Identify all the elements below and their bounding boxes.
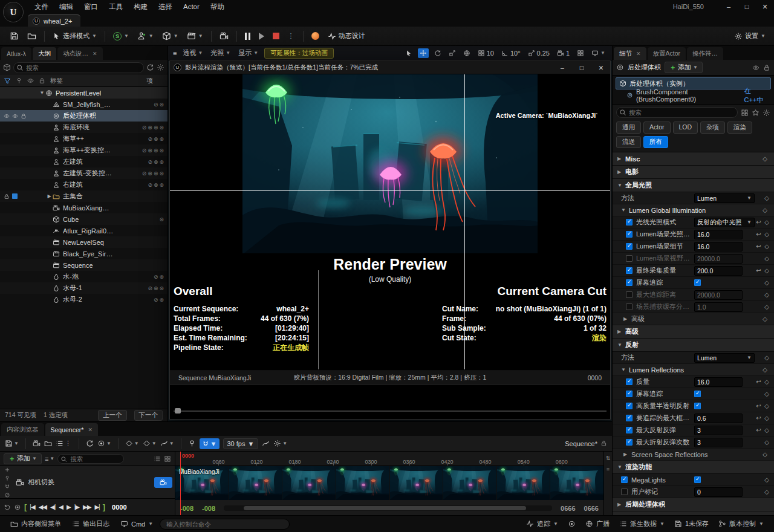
snap-toggle-button[interactable]: ▼ bbox=[200, 438, 220, 449]
filmstrip-thumbnail[interactable] bbox=[229, 466, 282, 500]
maximize-viewport-button[interactable]: ▼ bbox=[590, 48, 607, 58]
outliner-row-MuBiaoXiang…[interactable]: MuBiaoXiang… bbox=[0, 202, 167, 213]
level-tab[interactable]: U wheal_2+ bbox=[28, 15, 80, 27]
viewport-layout-button[interactable] bbox=[575, 48, 586, 58]
lock-icon[interactable] bbox=[39, 77, 45, 84]
transport-button[interactable]: ▶| bbox=[94, 504, 99, 510]
number-input[interactable]: 20000.0 bbox=[694, 290, 743, 300]
timeline-ruler[interactable]: 0060012001800240030003600420048005400600 bbox=[175, 452, 603, 466]
section-header-渲染功能[interactable]: ▼渲染功能 bbox=[613, 461, 774, 474]
section-header-反射[interactable]: ▼反射 bbox=[613, 339, 774, 352]
row-link-icons[interactable]: ⊘⊗⊗ bbox=[148, 182, 165, 188]
revision-control-button[interactable]: 版本控制▼ bbox=[714, 517, 768, 531]
grid-snap-button[interactable]: 10 bbox=[476, 48, 496, 58]
keyframe-icon[interactable]: ◇ bbox=[761, 316, 769, 322]
reset-icon[interactable]: ↩ bbox=[755, 415, 763, 421]
play-button[interactable] bbox=[255, 29, 268, 44]
override-checkbox[interactable] bbox=[626, 427, 633, 433]
filter-chip-所有[interactable]: 所有 bbox=[643, 136, 668, 148]
level-viewport[interactable]: ≡ 透视▼ 光照▼ 显示▼ 可延展性：过场动画 10 10° 0.25 1 ▼ … bbox=[168, 46, 612, 421]
scroll-up-icon[interactable]: ⇅ bbox=[606, 455, 611, 461]
keyframe-icon[interactable]: ◇ bbox=[763, 415, 771, 421]
number-input[interactable]: 16.0 bbox=[694, 242, 743, 251]
outliner-search-input[interactable] bbox=[13, 62, 144, 73]
override-checkbox[interactable] bbox=[621, 476, 628, 483]
auto-key-button[interactable]: ▼ bbox=[143, 440, 157, 447]
property-value[interactable]: 16.0 bbox=[694, 242, 755, 251]
outliner-row-水-泡[interactable]: 水-泡⊘⊗ bbox=[0, 271, 167, 282]
scrubber-handle[interactable] bbox=[175, 408, 181, 414]
menu-item-文件[interactable]: 文件 bbox=[29, 0, 54, 13]
transport-button[interactable]: |◀ bbox=[30, 504, 34, 510]
camera-button[interactable] bbox=[33, 440, 41, 447]
details-tab-操作符…[interactable]: 操作符… bbox=[687, 47, 723, 60]
property-row-高质量半透明反射[interactable]: 高质量半透明反射↩◇ bbox=[613, 400, 774, 412]
override-checkbox[interactable] bbox=[626, 255, 633, 262]
value-checkbox[interactable] bbox=[694, 476, 701, 483]
pause-button[interactable] bbox=[241, 29, 254, 44]
keyframe-icon[interactable]: ◇ bbox=[761, 451, 769, 458]
property-row-方法[interactable]: 方法Lumen▼◇ bbox=[613, 352, 774, 364]
gear-icon[interactable] bbox=[763, 109, 770, 117]
keyframe-icon[interactable]: ◇ bbox=[763, 403, 771, 409]
cmd-dropdown[interactable]: Cmd▼ bbox=[116, 517, 157, 531]
property-value[interactable] bbox=[694, 476, 755, 483]
keyframe-icon[interactable]: ◇ bbox=[763, 476, 771, 483]
number-input[interactable]: 3 bbox=[694, 426, 743, 435]
minimize-button[interactable]: – bbox=[554, 64, 570, 71]
filmstrip-thumbnail[interactable] bbox=[550, 466, 603, 500]
row-link-icons[interactable]: ⊘⊗ bbox=[154, 297, 165, 303]
number-input[interactable]: 16.0 bbox=[694, 377, 743, 387]
override-checkbox[interactable] bbox=[626, 279, 633, 286]
property-value[interactable]: 1.0 bbox=[694, 302, 755, 312]
override-checkbox[interactable] bbox=[626, 231, 633, 238]
play-options-button[interactable]: ⋮ bbox=[284, 29, 299, 44]
keyframe-icon[interactable]: ◇ bbox=[763, 354, 771, 361]
section-header-高级[interactable]: ▶高级 bbox=[613, 325, 774, 339]
camera-cuts-track-row[interactable]: 相机切换 bbox=[0, 466, 175, 499]
gear-icon[interactable] bbox=[157, 63, 164, 71]
item-column-header[interactable]: 项 bbox=[147, 77, 164, 85]
sequencer-timeline[interactable]: 0060012001800240030003600420048005400600 bbox=[175, 452, 603, 515]
settings-button[interactable]: 设置▼ bbox=[730, 29, 769, 44]
trace-button[interactable]: 追踪▼ bbox=[522, 517, 562, 531]
next-button[interactable]: 下一个 bbox=[134, 410, 163, 421]
property-row-最大折射反弹次数[interactable]: 最大折射反弹次数3◇ bbox=[613, 436, 774, 449]
property-row-屏幕追踪[interactable]: 屏幕追踪◇ bbox=[613, 277, 774, 289]
magnet-icon[interactable] bbox=[4, 484, 10, 490]
select-tool-button[interactable] bbox=[403, 48, 414, 58]
group-Lumen Global Illumination[interactable]: ▼Lumen Global Illumination◇ bbox=[613, 204, 774, 216]
details-tab-细节[interactable]: 细节✕ bbox=[614, 47, 646, 60]
subsection-Screen Space Reflections[interactable]: ▶Screen Space Reflections◇ bbox=[613, 449, 774, 461]
property-value[interactable]: 0.6 bbox=[694, 414, 755, 423]
value-checkbox[interactable] bbox=[694, 403, 701, 409]
output-log-button[interactable]: 输出日志 bbox=[68, 517, 114, 531]
outliner-tab-动态设…[interactable]: 动态设…✕ bbox=[57, 47, 103, 60]
keyframe-icon[interactable]: ◇ bbox=[763, 219, 771, 225]
refresh-icon[interactable] bbox=[146, 63, 154, 71]
filter-chip-LOD[interactable]: LOD bbox=[673, 122, 698, 134]
override-checkbox[interactable] bbox=[626, 267, 633, 274]
close-button[interactable]: ✕ bbox=[593, 64, 609, 71]
number-input[interactable]: 200.0 bbox=[694, 266, 743, 276]
show-dropdown[interactable]: 显示▼ bbox=[236, 47, 260, 59]
override-checkbox[interactable] bbox=[626, 219, 633, 225]
range-start-value[interactable]: -008 bbox=[180, 505, 194, 512]
perspective-dropdown[interactable]: 透视▼ bbox=[181, 47, 204, 59]
slash-circle-icon[interactable] bbox=[4, 492, 10, 498]
view-start-value[interactable]: -008 bbox=[202, 505, 215, 512]
keyframe-icon[interactable]: ◇ bbox=[763, 488, 771, 495]
row-link-icons[interactable]: ⊘⊗⊗ bbox=[148, 285, 165, 291]
refresh-button[interactable] bbox=[86, 440, 94, 447]
view-end-value[interactable]: 0666 bbox=[561, 505, 575, 512]
loop-icon[interactable] bbox=[4, 504, 11, 511]
reset-icon[interactable]: ↩ bbox=[755, 243, 763, 250]
filter-chip-通用[interactable]: 通用 bbox=[616, 122, 641, 134]
lit-mode-dropdown[interactable]: 光照▼ bbox=[209, 47, 232, 59]
details-tab-放置Actor[interactable]: 放置Actor bbox=[648, 47, 686, 60]
transport-button[interactable]: ▶▶ bbox=[83, 504, 91, 510]
property-value[interactable]: 3 bbox=[694, 426, 755, 435]
record-icon[interactable] bbox=[14, 504, 21, 511]
expander-icon[interactable]: ▶ bbox=[46, 193, 53, 199]
sequencer-settings-button[interactable]: ▼ bbox=[273, 440, 287, 447]
